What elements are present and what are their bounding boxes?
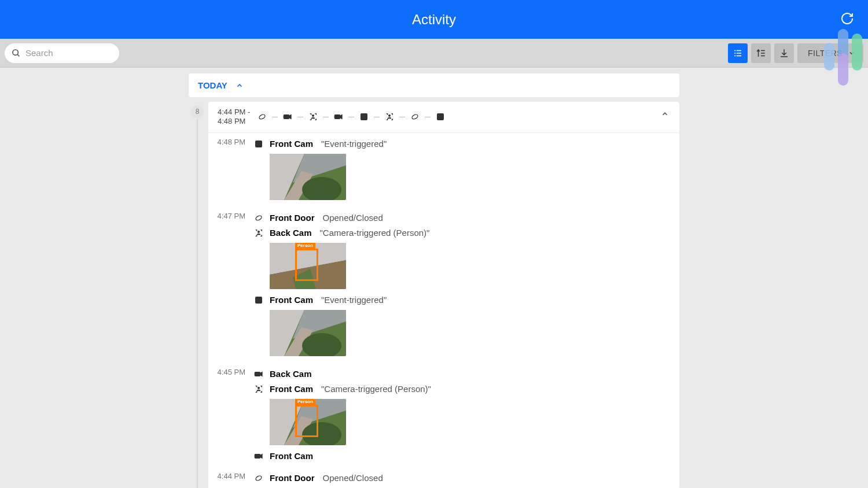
- svg-point-4: [312, 115, 314, 117]
- header-bar: Activity: [0, 0, 868, 39]
- event-item[interactable]: Back Cam: [253, 367, 670, 382]
- camera-icon: [282, 112, 293, 122]
- svg-rect-13: [442, 114, 442, 120]
- sensor-icon: [410, 112, 420, 122]
- event-thumbnail[interactable]: Person: [270, 399, 346, 445]
- refresh-icon[interactable]: [840, 12, 854, 25]
- device-name: Front Cam: [270, 451, 313, 461]
- person-icon: [253, 384, 264, 394]
- svg-rect-43: [255, 454, 260, 458]
- search-input[interactable]: [25, 48, 112, 58]
- svg-rect-7: [362, 114, 363, 120]
- person-icon: [384, 112, 395, 122]
- page-title: Activity: [412, 12, 456, 28]
- event-description: "Camera-triggered (Person)": [321, 384, 431, 394]
- event-count-badge: 8: [191, 105, 204, 118]
- view-list-button[interactable]: [751, 43, 771, 63]
- event-thumbnail[interactable]: [270, 154, 346, 200]
- event-time: 4:44 PM: [208, 471, 253, 486]
- event-description: "Event-triggered": [321, 295, 387, 305]
- sensor-icon: [253, 473, 264, 483]
- search-icon: [12, 49, 21, 58]
- svg-rect-29: [257, 297, 258, 303]
- view-grouped-button[interactable]: [728, 43, 748, 63]
- device-name: Front Cam: [270, 295, 313, 305]
- summary-icons: [257, 112, 446, 122]
- svg-rect-8: [365, 114, 366, 120]
- clip-icon: [253, 295, 264, 305]
- search-box[interactable]: [5, 43, 119, 63]
- event-time: 4:48 PM: [208, 136, 253, 204]
- toolbar: FILTERS: [0, 39, 868, 68]
- svg-point-37: [258, 387, 260, 389]
- svg-point-10: [411, 114, 419, 120]
- device-name: Front Cam: [270, 384, 313, 394]
- event-group: 4:44 PMFront DoorOpened/Closed: [208, 467, 679, 489]
- sensor-icon: [257, 112, 267, 122]
- event-description: Opened/Closed: [322, 473, 382, 483]
- svg-rect-36: [255, 372, 260, 376]
- device-name: Back Cam: [270, 369, 312, 379]
- person-icon: [308, 112, 318, 122]
- svg-rect-30: [260, 297, 260, 303]
- event-thumbnail[interactable]: [270, 310, 346, 356]
- event-item[interactable]: Front Cam"Event-triggered": [253, 293, 670, 308]
- svg-point-23: [258, 231, 260, 232]
- clip-icon: [359, 112, 369, 122]
- filters-label: FILTERS: [808, 49, 843, 58]
- person-icon: [253, 228, 264, 238]
- device-name: Front Door: [270, 213, 314, 223]
- download-button[interactable]: [774, 43, 794, 63]
- event-time: 4:45 PM: [208, 367, 253, 464]
- event-description: Opened/Closed: [322, 213, 382, 223]
- event-thumbnail[interactable]: Person: [270, 243, 346, 289]
- svg-rect-3: [284, 115, 289, 119]
- sensor-icon: [253, 213, 264, 223]
- device-name: Back Cam: [270, 228, 312, 238]
- svg-line-1: [17, 54, 19, 56]
- svg-point-44: [255, 475, 263, 481]
- svg-point-9: [389, 115, 391, 117]
- events-panel: 4:44 PM - 4:48 PM 4:48 PMFront Cam"Event…: [208, 102, 679, 488]
- camera-icon: [333, 112, 344, 122]
- event-item[interactable]: Back Cam"Camera-triggered (Person)": [253, 225, 670, 241]
- event-item[interactable]: Front Cam: [253, 449, 670, 464]
- time-range-summary[interactable]: 4:44 PM - 4:48 PM: [208, 102, 679, 133]
- timeline-gutter: 8: [189, 102, 208, 488]
- device-name: Front Door: [270, 473, 314, 483]
- event-item[interactable]: Front Cam"Event-triggered": [253, 136, 670, 151]
- clip-icon: [435, 112, 446, 122]
- filters-button[interactable]: FILTERS: [797, 43, 863, 63]
- event-description: "Event-triggered": [321, 139, 387, 149]
- day-header[interactable]: TODAY: [189, 73, 679, 97]
- event-item[interactable]: Front DoorOpened/Closed: [253, 471, 670, 486]
- event-time: 4:47 PM: [208, 210, 253, 360]
- chevron-up-icon[interactable]: [661, 110, 669, 118]
- chevron-down-icon: [848, 50, 855, 57]
- event-item[interactable]: Front Cam"Camera-triggered (Person)": [253, 382, 670, 397]
- camera-icon: [253, 451, 264, 461]
- content-scroll[interactable]: TODAY 8 4:44 PM - 4:48 PM 4:48 PMFront C…: [0, 68, 868, 488]
- event-group: 4:47 PMFront DoorOpened/ClosedBack Cam"C…: [208, 207, 679, 363]
- svg-point-22: [255, 215, 263, 221]
- svg-rect-15: [257, 141, 258, 147]
- day-label: TODAY: [198, 80, 227, 90]
- clip-icon: [253, 139, 264, 149]
- svg-point-0: [13, 50, 18, 55]
- camera-icon: [253, 369, 264, 379]
- svg-rect-5: [335, 115, 340, 119]
- chevron-up-icon: [236, 82, 244, 90]
- summary-time: 4:44 PM - 4:48 PM: [218, 108, 250, 127]
- timeline-line: [197, 119, 198, 488]
- svg-rect-16: [260, 141, 260, 147]
- event-item[interactable]: Front DoorOpened/Closed: [253, 210, 670, 225]
- event-description: "Camera-triggered (Person)": [320, 228, 430, 238]
- svg-rect-12: [439, 114, 439, 120]
- svg-point-2: [259, 114, 266, 120]
- device-name: Front Cam: [270, 139, 313, 149]
- event-group: 4:48 PMFront Cam"Event-triggered": [208, 133, 679, 207]
- event-group: 4:45 PMBack CamFront Cam"Camera-triggere…: [208, 363, 679, 467]
